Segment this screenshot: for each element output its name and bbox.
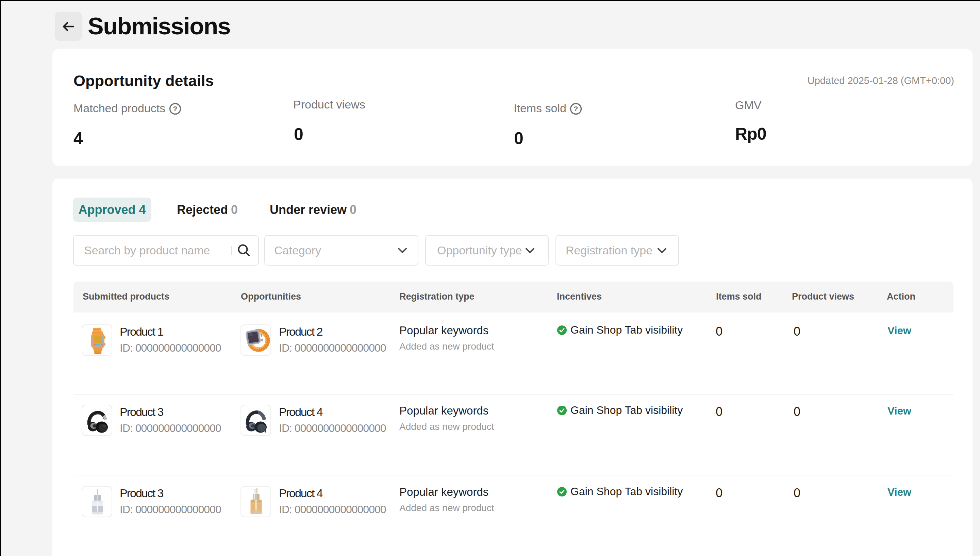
svg-text:?: ? <box>574 105 578 113</box>
svg-text:?: ? <box>173 105 178 113</box>
